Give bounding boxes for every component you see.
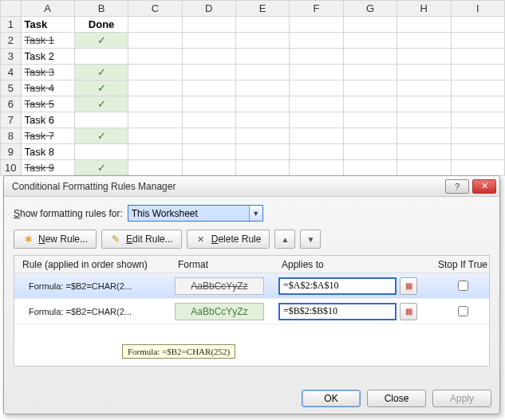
cell[interactable] xyxy=(182,112,235,128)
col-header-c[interactable]: C xyxy=(128,1,182,17)
cell[interactable] xyxy=(343,49,397,65)
cell[interactable] xyxy=(397,112,451,128)
apply-button[interactable]: Apply xyxy=(432,390,491,407)
cell[interactable] xyxy=(236,65,290,80)
cell[interactable] xyxy=(451,128,505,144)
cell[interactable]: Task xyxy=(21,17,74,33)
cell[interactable] xyxy=(236,128,290,144)
cell[interactable] xyxy=(182,160,235,176)
ok-button[interactable]: OK xyxy=(302,390,361,407)
cell[interactable] xyxy=(343,96,397,112)
help-button[interactable]: ? xyxy=(445,179,469,194)
col-header-i[interactable]: I xyxy=(451,1,505,17)
cell[interactable] xyxy=(128,17,182,33)
stop-if-true-checkbox[interactable] xyxy=(458,281,468,291)
col-header-g[interactable]: G xyxy=(343,1,397,17)
cell[interactable] xyxy=(397,80,451,96)
cell[interactable]: ✓ xyxy=(74,128,128,144)
cell[interactable] xyxy=(451,160,505,176)
cell[interactable]: Task 6 xyxy=(21,112,74,128)
cell[interactable] xyxy=(343,33,397,49)
col-header-h[interactable]: H xyxy=(397,1,451,17)
cell[interactable] xyxy=(128,49,182,65)
col-header-e[interactable]: E xyxy=(236,1,290,17)
cell[interactable]: Task 3 xyxy=(21,65,74,80)
delete-rule-button[interactable]: Delete Rule xyxy=(187,230,270,249)
applies-to-input[interactable] xyxy=(278,277,397,295)
close-button[interactable]: Close xyxy=(367,390,426,407)
cell[interactable] xyxy=(236,160,290,176)
cell[interactable] xyxy=(290,112,343,128)
cell[interactable] xyxy=(397,128,451,144)
cell[interactable]: ✓ xyxy=(74,33,128,49)
cell[interactable]: Task 9 xyxy=(21,160,74,176)
cell[interactable]: Task 5 xyxy=(21,96,74,112)
grid[interactable]: A B C D E F G H I 1TaskDone2Task 1✓3Task… xyxy=(0,0,505,176)
cell[interactable] xyxy=(236,49,290,65)
cell[interactable] xyxy=(236,112,290,128)
cell[interactable] xyxy=(397,160,451,176)
cell[interactable] xyxy=(290,96,343,112)
cell[interactable] xyxy=(182,49,235,65)
row-header[interactable]: 2 xyxy=(1,33,22,49)
cell[interactable] xyxy=(451,17,505,33)
cell[interactable] xyxy=(182,33,235,49)
cell[interactable] xyxy=(343,112,397,128)
cell[interactable] xyxy=(182,144,235,160)
cell[interactable] xyxy=(236,33,290,49)
cell[interactable] xyxy=(343,65,397,80)
cell[interactable] xyxy=(290,160,343,176)
col-header-a[interactable]: A xyxy=(21,1,74,17)
cell[interactable] xyxy=(343,17,397,33)
dialog-titlebar[interactable]: Conditional Formatting Rules Manager ? ✕ xyxy=(4,176,499,197)
cell[interactable] xyxy=(343,128,397,144)
row-header[interactable]: 8 xyxy=(1,128,22,144)
cell[interactable] xyxy=(182,128,235,144)
cell[interactable]: Task 1 xyxy=(21,33,74,49)
move-down-button[interactable]: ▼ xyxy=(300,230,321,249)
corner-cell[interactable] xyxy=(1,1,22,17)
rule-row[interactable]: Formula: =$B2=CHAR(2... AaBbCcYyZz ▦ xyxy=(14,299,489,324)
cell[interactable] xyxy=(290,49,343,65)
range-picker-button[interactable]: ▦ xyxy=(400,277,417,295)
cell[interactable] xyxy=(290,80,343,96)
cell[interactable] xyxy=(236,144,290,160)
cell[interactable]: Task 4 xyxy=(21,80,74,96)
stop-if-true-checkbox[interactable] xyxy=(458,306,468,316)
cell[interactable] xyxy=(451,33,505,49)
cell[interactable] xyxy=(128,96,182,112)
cell[interactable] xyxy=(128,65,182,80)
cell[interactable] xyxy=(290,128,343,144)
cell[interactable] xyxy=(290,144,343,160)
cell[interactable] xyxy=(397,144,451,160)
cell[interactable] xyxy=(236,17,290,33)
cell[interactable] xyxy=(397,33,451,49)
col-header-b[interactable]: B xyxy=(74,1,128,17)
cell[interactable] xyxy=(290,65,343,80)
row-header[interactable]: 3 xyxy=(1,49,22,65)
cell[interactable] xyxy=(128,80,182,96)
cell[interactable]: Task 8 xyxy=(21,144,74,160)
row-header[interactable]: 1 xyxy=(1,17,22,33)
row-header[interactable]: 7 xyxy=(1,112,22,128)
cell[interactable] xyxy=(397,96,451,112)
move-up-button[interactable]: ▲ xyxy=(274,230,295,249)
cell[interactable] xyxy=(74,112,128,128)
cell[interactable] xyxy=(290,17,343,33)
cell[interactable] xyxy=(451,49,505,65)
cell[interactable] xyxy=(74,144,128,160)
row-header[interactable]: 5 xyxy=(1,80,22,96)
cell[interactable] xyxy=(451,96,505,112)
col-header-f[interactable]: F xyxy=(290,1,343,17)
cell[interactable]: Task 7 xyxy=(21,128,74,144)
rule-row[interactable]: Formula: =$B2=CHAR(2... AaBbCcYyZz ▦ xyxy=(14,273,489,299)
row-header[interactable]: 9 xyxy=(1,144,22,160)
cell[interactable] xyxy=(182,96,235,112)
chevron-down-icon[interactable]: ▼ xyxy=(249,206,262,221)
range-picker-button[interactable]: ▦ xyxy=(400,303,417,320)
col-header-d[interactable]: D xyxy=(182,1,235,17)
cell[interactable] xyxy=(397,17,451,33)
cell[interactable] xyxy=(74,49,128,65)
close-window-button[interactable]: ✕ xyxy=(472,179,496,194)
scope-combobox[interactable]: This Worksheet ▼ xyxy=(128,205,263,222)
